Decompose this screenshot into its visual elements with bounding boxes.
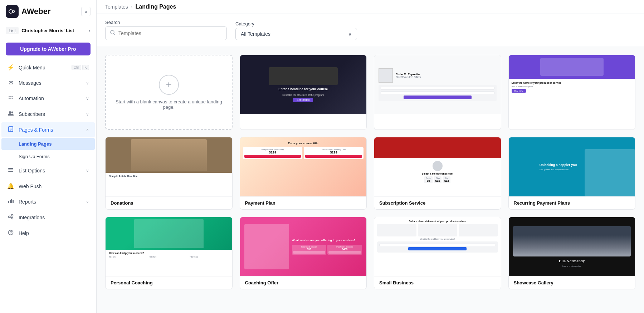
keyboard-shortcut: Ctrl K — [72, 65, 89, 70]
qr-code — [379, 68, 393, 83]
template-card-coaching-offer[interactable]: What service are you offering to your re… — [240, 217, 367, 289]
sidebar-item-list-options[interactable]: List Options ∨ — [1, 163, 95, 178]
template-label-subscription: Subscription Service — [374, 196, 501, 209]
template-card-donations[interactable]: Sample Article Headline Donations — [105, 137, 233, 210]
pages-forms-icon — [7, 126, 14, 133]
search-input[interactable] — [118, 30, 222, 36]
search-box[interactable] — [105, 26, 227, 40]
sidebar-item-messages[interactable]: ✉ Messages ∨ — [1, 75, 95, 90]
category-select[interactable]: All Templates ∨ — [235, 28, 357, 40]
logo-text: AWeber — [21, 7, 51, 16]
search-icon — [110, 30, 116, 37]
automation-chevron-icon: ∨ — [86, 96, 89, 101]
sidebar-item-automation[interactable]: Automation ∨ — [1, 91, 95, 106]
list-options-chevron-icon: ∨ — [86, 168, 89, 173]
course-subtext: Describe the structure of the program — [282, 94, 324, 96]
course-image — [269, 67, 338, 85]
list-arrow-icon[interactable]: › — [89, 28, 91, 34]
template-card-contact[interactable]: Carlo M. Esposita Chief Executive Office… — [374, 55, 501, 130]
integrations-icon — [7, 214, 14, 221]
category-field-group: Category All Templates ∨ — [235, 21, 357, 40]
reports-chevron-icon: ∨ — [86, 199, 89, 204]
blank-template-text: Start with a blank canvas to create a un… — [106, 99, 232, 110]
templates-grid-container: + Start with a blank canvas to create a … — [97, 46, 644, 313]
template-thumb-small-business: Enter a clear statement of your product/… — [374, 217, 501, 276]
svg-point-0 — [9, 10, 13, 13]
template-thumb-payment-plan: Enter your course title Independent Self… — [240, 137, 367, 196]
template-card-small-business[interactable]: Enter a clear statement of your product/… — [374, 217, 501, 289]
template-label-donations: Donations — [106, 196, 232, 209]
svg-point-16 — [11, 217, 13, 219]
web-push-icon: 🔔 — [7, 183, 14, 190]
svg-rect-12 — [11, 199, 12, 203]
svg-rect-10 — [8, 201, 9, 203]
list-selector[interactable]: List Christopher Morris' List › — [0, 23, 96, 38]
messages-chevron-icon: ∨ — [86, 80, 89, 85]
sidebar-item-web-push[interactable]: 🔔 Web Push — [1, 179, 95, 194]
list-options-icon — [7, 167, 14, 174]
list-name: Christopher Morris' List — [21, 28, 86, 33]
template-card-personal-coaching[interactable]: How can I help you succeed? Title One Ti… — [105, 217, 233, 289]
sidebar-item-subscribers[interactable]: Subscribers ∨ — [1, 107, 95, 122]
sidebar-header: AWeber « — [0, 0, 96, 23]
sidebar-collapse-button[interactable]: « — [81, 7, 91, 16]
breadcrumb-parent[interactable]: Templates — [105, 4, 128, 10]
template-card-product[interactable]: Enter the name of your product or servic… — [508, 55, 636, 130]
template-card-payment-plan[interactable]: Enter your course title Independent Self… — [240, 137, 367, 210]
subscribers-icon — [7, 111, 14, 118]
main-content: Templates › Landing Pages Search Categor… — [97, 0, 644, 313]
blank-template-card[interactable]: + Start with a blank canvas to create a … — [105, 55, 233, 130]
sidebar-subitem-landing-pages[interactable]: Landing Pages — [1, 138, 95, 150]
template-label-recurring: Recurring Payment Plans — [509, 196, 635, 209]
search-label: Search — [105, 20, 227, 25]
svg-rect-11 — [10, 200, 11, 203]
svg-rect-13 — [13, 200, 14, 203]
upgrade-button[interactable]: Upgrade to AWeber Pro — [6, 43, 91, 55]
template-label-coaching-offer: Coaching Offer — [240, 276, 367, 289]
search-field-group: Search — [105, 20, 227, 40]
automation-icon — [7, 95, 14, 102]
sidebar-subitem-sign-up-forms[interactable]: Sign Up Forms — [1, 151, 95, 162]
breadcrumb-separator: › — [131, 4, 133, 10]
svg-rect-7 — [8, 168, 13, 169]
svg-point-2 — [11, 112, 13, 113]
template-card-recurring[interactable]: Unlocking a happier you Self growth and … — [508, 137, 636, 210]
svg-line-22 — [114, 34, 115, 35]
logo: AWeber — [6, 5, 51, 18]
template-thumb-showcase-gallery: Ella Normandy I am a photographer — [509, 217, 635, 276]
help-icon — [7, 230, 14, 237]
svg-line-17 — [10, 216, 11, 216]
svg-rect-8 — [8, 170, 13, 170]
breadcrumb: Templates › Landing Pages — [105, 4, 176, 10]
template-thumb-contact: Carlo M. Esposita Chief Executive Office… — [374, 55, 501, 114]
template-card-showcase-gallery[interactable]: Ella Normandy I am a photographer Showca… — [508, 217, 636, 289]
template-card-subscription[interactable]: Select a membership level Basic$5 Plus$1… — [374, 137, 501, 210]
template-thumb-recurring: Unlocking a happier you Self growth and … — [509, 137, 635, 196]
sidebar-item-help[interactable]: Help — [1, 226, 95, 241]
svg-rect-9 — [8, 171, 13, 172]
sidebar-item-pages-forms[interactable]: Pages & Forms ∧ — [1, 122, 95, 137]
template-thumb-personal-coaching: How can I help you succeed? Title One Ti… — [106, 217, 232, 276]
template-label-showcase-gallery: Showcase Gallery — [509, 276, 635, 289]
category-selected-value: All Templates — [241, 31, 345, 37]
template-thumb-donations: Sample Article Headline — [106, 137, 232, 196]
svg-point-20 — [10, 234, 11, 234]
sidebar-item-reports[interactable]: Reports ∨ — [1, 194, 95, 209]
template-label-personal-coaching: Personal Coaching — [106, 276, 232, 289]
template-thumb-coaching-offer: What service are you offering to your re… — [240, 217, 367, 276]
reports-icon — [7, 198, 14, 205]
template-card-course[interactable]: Enter a headline for your course Describ… — [240, 55, 367, 130]
template-thumb-course: Enter a headline for your course Describ… — [240, 55, 367, 114]
category-chevron-icon: ∨ — [348, 31, 352, 37]
templates-grid: + Start with a blank canvas to create a … — [105, 55, 635, 289]
search-filter-bar: Search Category All Templates ∨ — [97, 14, 644, 46]
sidebar-item-integrations[interactable]: Integrations — [1, 210, 95, 225]
contact-info: Carlo M. Esposita Chief Executive Office… — [396, 73, 497, 78]
svg-point-15 — [11, 215, 13, 216]
svg-point-1 — [9, 111, 11, 113]
blank-plus-icon: + — [159, 75, 179, 95]
sidebar-item-quick-menu[interactable]: ⚡ Quick Menu Ctrl K — [1, 60, 95, 75]
breadcrumb-current: Landing Pages — [135, 4, 176, 10]
quick-menu-icon: ⚡ — [7, 64, 14, 71]
template-thumb-subscription: Select a membership level Basic$5 Plus$1… — [374, 137, 501, 196]
